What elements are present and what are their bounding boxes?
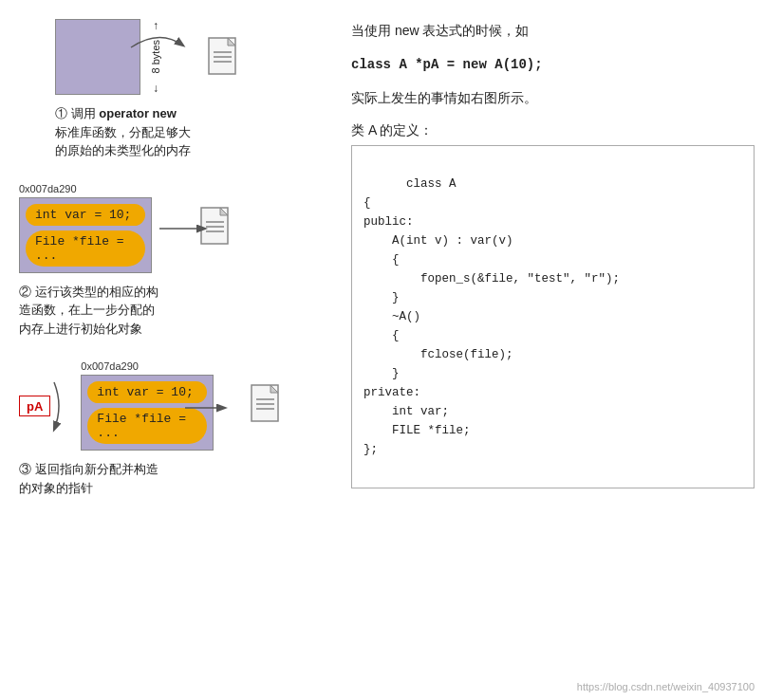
object-box-2: int var = 10; File *file = ...	[19, 197, 152, 273]
bytes-arrows: ↑ 8 bytes ↓	[150, 19, 161, 95]
class-def-label-text: 类 A 的定义：	[351, 122, 433, 138]
field-pill-2b: File *file = ...	[87, 408, 207, 444]
step2-num: ②	[19, 285, 31, 299]
code-content: class A { public: A(int v) : var(v) { fo…	[363, 177, 620, 456]
step1-bold: operator new	[99, 106, 177, 120]
section-1-memory: ↑ 8 bytes ↓	[55, 19, 332, 160]
addr-label-2: 0x007da290	[19, 183, 152, 194]
field-pill-2a: File *file = ...	[26, 230, 145, 267]
doc-icon-2	[199, 206, 233, 250]
right-intro-text: 当使用 new 表达式的时候，如	[351, 23, 529, 38]
left-sections: ↑ 8 bytes ↓	[9, 19, 332, 497]
field-pill-1a: int var = 10;	[26, 204, 145, 226]
section-3-obj-wrap: 0x007da290 int var = 10; File *file = ..…	[81, 360, 214, 451]
watermark-text: https://blog.csdn.net/weixin_40937100	[577, 681, 755, 692]
document-svg-2	[199, 206, 233, 248]
left-column: ↑ 8 bytes ↓	[9, 9, 332, 691]
document-svg-3	[250, 383, 284, 425]
right-code-line: class A *pA = new A(10);	[351, 57, 543, 72]
step1-rest: 标准库函数，分配足够大的原始的未类型化的内存	[55, 125, 191, 158]
step-1-label: ① 调用 operator new 标准库函数，分配足够大的原始的未类型化的内存	[55, 104, 332, 160]
arrow-down: ↓	[153, 82, 158, 95]
addr-label-3: 0x007da290	[81, 360, 214, 372]
right-code-line-wrapper: class A *pA = new A(10);	[351, 52, 755, 77]
pa-arrow-svg	[54, 378, 73, 434]
watermark: https://blog.csdn.net/weixin_40937100	[577, 681, 755, 692]
section-2-obj-wrap: 0x007da290 int var = 10; File *file = ..…	[19, 183, 152, 273]
pa-label-box: pA	[19, 396, 50, 416]
class-def-label: 类 A 的定义：	[351, 122, 755, 139]
document-svg-1	[207, 36, 241, 78]
page-container: ↑ 8 bytes ↓	[0, 0, 764, 700]
step1-text: 调用	[71, 106, 100, 120]
right-after-text: 实际上发生的事情如右图所示。	[351, 86, 755, 110]
pa-label-text: pA	[27, 399, 43, 414]
object-box-3: int var = 10; File *file = ...	[81, 375, 214, 451]
mem-block-top: ↑ 8 bytes ↓	[55, 19, 140, 95]
bytes-text: 8 bytes	[150, 40, 161, 73]
arrow-up: ↑	[153, 19, 158, 32]
doc-icon-3	[250, 383, 284, 428]
right-column: 当使用 new 表达式的时候，如 class A *pA = new A(10)…	[332, 9, 755, 691]
pa-box: pA	[19, 378, 73, 434]
section-2: 0x007da290 int var = 10; File *file = ..…	[19, 183, 332, 339]
step3-text: 返回指向新分配并构造的对象的指针	[19, 462, 158, 495]
mem-block-top-row: ↑ 8 bytes ↓	[55, 19, 332, 95]
untyped-memory-box	[55, 19, 140, 95]
section-3: pA 0x007da290	[19, 360, 332, 497]
section-2-row: 0x007da290 int var = 10; File *file = ..…	[19, 183, 332, 273]
field-pill-1b: int var = 10;	[87, 381, 207, 403]
right-after: 实际上发生的事情如右图所示。	[351, 90, 537, 105]
step-2-label: ② 运行该类型的相应的构造函数，在上一步分配的内存上进行初始化对象	[19, 283, 332, 339]
section-3-row: pA 0x007da290	[19, 360, 332, 451]
step2-text: 运行该类型的相应的构造函数，在上一步分配的内存上进行初始化对象	[19, 285, 158, 336]
step1-num: ①	[55, 106, 67, 120]
step-3-label: ③ 返回指向新分配并构造的对象的指针	[19, 460, 332, 497]
code-box: class A { public: A(int v) : var(v) { fo…	[351, 145, 755, 488]
step3-num: ③	[19, 462, 31, 476]
right-intro: 当使用 new 表达式的时候，如	[351, 19, 755, 43]
doc-icon-1	[207, 36, 241, 81]
